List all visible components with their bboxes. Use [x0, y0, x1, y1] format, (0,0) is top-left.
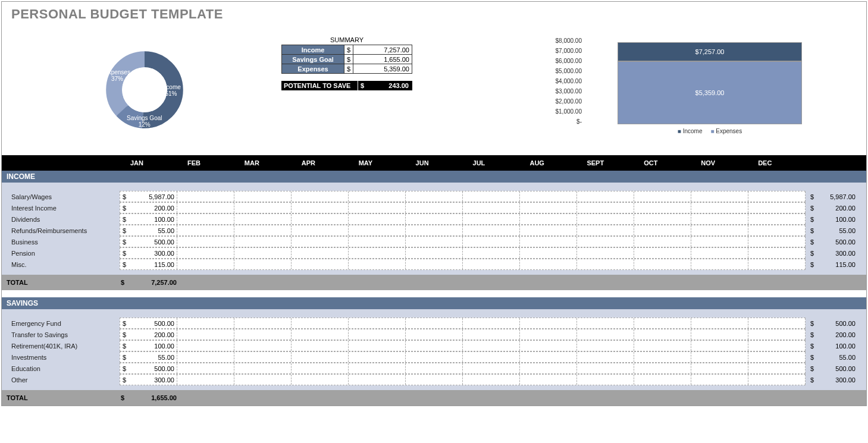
cell[interactable]	[634, 318, 691, 328]
cell[interactable]	[634, 237, 691, 247]
cell[interactable]	[463, 191, 520, 202]
cell[interactable]	[691, 237, 748, 247]
cell[interactable]: $500.00	[120, 318, 177, 328]
cell[interactable]	[748, 329, 806, 340]
cell[interactable]	[634, 191, 691, 202]
cell[interactable]	[177, 248, 234, 258]
cell[interactable]	[177, 329, 234, 340]
cell[interactable]: $115.00	[120, 259, 177, 269]
cell[interactable]	[349, 318, 406, 328]
cell[interactable]	[520, 363, 577, 373]
cell[interactable]	[748, 203, 806, 213]
cell[interactable]	[691, 329, 748, 340]
cell[interactable]	[349, 214, 406, 224]
cell[interactable]	[634, 375, 691, 385]
cell[interactable]	[577, 363, 634, 373]
cell[interactable]	[634, 248, 691, 258]
cell[interactable]	[463, 375, 520, 385]
cell[interactable]	[577, 248, 634, 258]
cell[interactable]	[520, 259, 577, 269]
cell[interactable]: $200.00	[120, 203, 177, 213]
cell[interactable]	[349, 352, 406, 362]
cell[interactable]	[463, 225, 520, 235]
cell[interactable]	[406, 225, 463, 235]
cell[interactable]	[748, 248, 806, 258]
cell[interactable]	[349, 363, 406, 373]
cell[interactable]	[691, 214, 748, 224]
cell[interactable]	[691, 363, 748, 373]
cell[interactable]	[177, 214, 234, 224]
cell[interactable]	[463, 259, 520, 269]
cell[interactable]	[634, 214, 691, 224]
cell[interactable]	[463, 214, 520, 224]
cell[interactable]	[234, 363, 292, 373]
cell[interactable]	[748, 225, 806, 235]
cell[interactable]	[292, 352, 349, 362]
cell[interactable]	[349, 329, 406, 340]
cell[interactable]	[234, 225, 292, 235]
cell[interactable]	[406, 203, 463, 213]
cell[interactable]	[463, 318, 520, 328]
cell[interactable]	[634, 225, 691, 235]
cell[interactable]	[748, 375, 806, 385]
cell[interactable]	[577, 225, 634, 235]
cell[interactable]	[463, 352, 520, 362]
cell[interactable]	[691, 375, 748, 385]
cell[interactable]: $200.00	[120, 329, 177, 340]
cell[interactable]	[234, 259, 292, 269]
cell[interactable]	[520, 214, 577, 224]
cell[interactable]	[349, 225, 406, 235]
cell[interactable]	[292, 214, 349, 224]
summary-income-value[interactable]: 7,257.00	[353, 45, 412, 55]
cell[interactable]	[691, 203, 748, 213]
cell[interactable]	[577, 203, 634, 213]
cell[interactable]	[691, 318, 748, 328]
cell[interactable]	[177, 341, 234, 351]
cell[interactable]	[406, 329, 463, 340]
cell[interactable]	[177, 375, 234, 385]
cell[interactable]	[691, 191, 748, 202]
cell[interactable]	[520, 375, 577, 385]
cell[interactable]	[463, 341, 520, 351]
cell[interactable]	[292, 191, 349, 202]
cell[interactable]	[349, 248, 406, 258]
cell[interactable]	[463, 237, 520, 247]
cell[interactable]	[292, 203, 349, 213]
cell[interactable]	[349, 341, 406, 351]
cell[interactable]	[177, 191, 234, 202]
cell[interactable]	[634, 329, 691, 340]
cell[interactable]	[292, 375, 349, 385]
cell[interactable]	[634, 203, 691, 213]
cell[interactable]	[748, 318, 806, 328]
cell[interactable]: $100.00	[120, 214, 177, 224]
cell[interactable]	[406, 248, 463, 258]
cell[interactable]	[463, 329, 520, 340]
cell[interactable]	[748, 352, 806, 362]
cell[interactable]	[406, 341, 463, 351]
cell[interactable]	[234, 329, 292, 340]
cell[interactable]	[691, 341, 748, 351]
cell[interactable]	[691, 225, 748, 235]
cell[interactable]	[349, 203, 406, 213]
cell[interactable]	[292, 363, 349, 373]
cell[interactable]	[748, 191, 806, 202]
cell[interactable]: $300.00	[120, 248, 177, 258]
cell[interactable]	[463, 363, 520, 373]
cell[interactable]	[406, 259, 463, 269]
cell[interactable]	[349, 237, 406, 247]
cell[interactable]	[177, 363, 234, 373]
cell[interactable]	[634, 363, 691, 373]
cell[interactable]	[634, 341, 691, 351]
cell[interactable]	[177, 237, 234, 247]
cell[interactable]	[292, 259, 349, 269]
cell[interactable]	[406, 375, 463, 385]
cell[interactable]	[406, 352, 463, 362]
cell[interactable]: $500.00	[120, 363, 177, 373]
cell[interactable]	[406, 214, 463, 224]
cell[interactable]	[349, 259, 406, 269]
cell[interactable]	[634, 259, 691, 269]
cell[interactable]	[234, 341, 292, 351]
cell[interactable]	[520, 203, 577, 213]
cell[interactable]	[577, 375, 634, 385]
cell[interactable]	[691, 259, 748, 269]
